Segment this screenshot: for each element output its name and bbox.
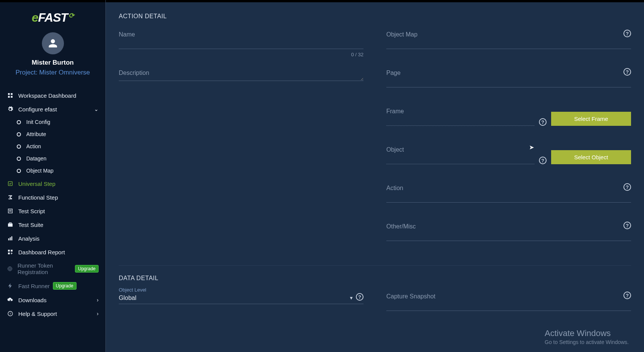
username: Mister Burton [0, 59, 105, 67]
chevron-right-icon: › [97, 297, 99, 303]
brand-logo: eFAST⟳ [32, 11, 74, 24]
object-input[interactable] [386, 146, 534, 164]
select-frame-button[interactable]: Select Frame [551, 112, 631, 126]
svg-rect-9 [9, 223, 11, 224]
sidebar-item-analysis[interactable]: Analysis [0, 231, 105, 245]
section-divider [119, 265, 631, 266]
field-description: Description [119, 70, 363, 82]
sidebar-item-label: Object Map [26, 168, 54, 174]
sidebar-item-label: Test Suite [18, 222, 43, 228]
sigma-icon [7, 194, 14, 201]
sidebar-item-label: Test Script [18, 208, 45, 214]
capture-snapshot-input[interactable] [386, 293, 631, 311]
nav: Workspace Dashboard Configure efast ⌄ In… [0, 86, 105, 323]
svg-rect-12 [11, 236, 13, 241]
sidebar-sub-init-config[interactable]: Init Config [0, 116, 105, 128]
sidebar-item-functional-step[interactable]: Functional Step [0, 190, 105, 204]
sidebar-item-label: Workspace Dashboard [18, 92, 76, 99]
name-counter: 0 / 32 [351, 52, 363, 57]
sidebar-item-label: Init Config [26, 119, 50, 125]
page-input[interactable] [386, 70, 631, 87]
person-icon [48, 38, 58, 48]
avatar-area: Mister Burton Project: Mister Omniverse [0, 29, 105, 86]
svg-rect-10 [8, 238, 10, 240]
field-object-map: Object Map ? [386, 31, 631, 49]
chart-icon [7, 235, 14, 242]
help-icon[interactable]: ? [623, 292, 631, 299]
svg-rect-15 [8, 252, 10, 254]
field-other-misc: Other/Misc ? [386, 223, 631, 241]
windows-activation-watermark: Activate Windows Go to Settings to activ… [545, 328, 629, 345]
object-level-label: Object Level [119, 287, 146, 293]
sidebar-sub-object-map[interactable]: Object Map [0, 165, 105, 177]
object-map-input[interactable] [386, 31, 631, 49]
sidebar-item-label: Universal Step [18, 181, 56, 187]
object-level-select[interactable] [119, 293, 363, 304]
svg-rect-14 [11, 250, 13, 252]
chevron-down-icon: ⌄ [94, 106, 99, 112]
cloud-download-icon [7, 297, 14, 303]
sidebar-item-downloads[interactable]: Downloads › [0, 293, 105, 307]
data-detail-row: Object Level ▼ ? Capture Snapshot ? [119, 293, 631, 331]
suitecase-icon [7, 221, 14, 228]
logo-fast: FAST [38, 11, 68, 24]
sidebar: eFAST⟳ Mister Burton Project: Mister Omn… [0, 0, 106, 352]
main-content: ACTION DETAIL Name 0 / 32 Description [106, 0, 644, 352]
svg-point-16 [8, 267, 12, 271]
field-capture-snapshot: Capture Snapshot ? [386, 293, 631, 311]
circle-icon [17, 157, 21, 161]
help-icon[interactable]: ? [539, 118, 547, 126]
sidebar-item-runner-token[interactable]: Runner Token Registration Upgrade [0, 259, 105, 279]
sidebar-item-label: Action [26, 143, 41, 149]
svg-point-17 [9, 268, 11, 270]
script-icon [7, 208, 14, 214]
field-object-level: Object Level ▼ ? [119, 293, 363, 311]
help-icon: ? [7, 310, 14, 317]
chevron-right-icon: › [97, 311, 99, 317]
sidebar-sub-action[interactable]: Action [0, 140, 105, 152]
svg-rect-11 [10, 237, 11, 240]
section-title-data-detail: DATA DETAIL [119, 275, 631, 282]
sidebar-item-workspace[interactable]: Workspace Dashboard [0, 89, 105, 102]
svg-text:?: ? [10, 312, 11, 316]
sidebar-item-universal-step[interactable]: Universal Step [0, 177, 105, 190]
sidebar-item-label: Downloads [18, 297, 46, 303]
sidebar-sub-datagen[interactable]: Datagen [0, 152, 105, 165]
svg-rect-3 [11, 96, 13, 98]
logo-area: eFAST⟳ [0, 2, 105, 29]
name-input[interactable] [119, 31, 363, 49]
sidebar-item-configure[interactable]: Configure efast ⌄ [0, 102, 105, 116]
upgrade-badge[interactable]: Upgrade [53, 282, 77, 290]
action-input[interactable] [386, 185, 631, 203]
select-object-button[interactable]: Select Object [551, 150, 631, 164]
field-page: Page ? [386, 70, 631, 87]
field-action: Action ? [386, 185, 631, 203]
sidebar-item-dashboard-report[interactable]: Dashboard Report [0, 245, 105, 259]
circle-icon [17, 169, 21, 173]
upgrade-badge[interactable]: Upgrade [75, 265, 99, 273]
help-icon[interactable]: ? [623, 30, 631, 37]
help-icon[interactable]: ? [623, 222, 631, 229]
sidebar-item-help[interactable]: ? Help & Support › [0, 307, 105, 320]
help-icon[interactable]: ? [356, 293, 363, 301]
sidebar-item-test-script[interactable]: Test Script [0, 204, 105, 218]
dashboard-icon [7, 92, 14, 99]
sidebar-item-fast-runner[interactable]: Fast Runner Upgrade [0, 279, 105, 293]
avatar[interactable] [42, 32, 64, 54]
frame-input[interactable] [386, 108, 534, 126]
svg-rect-2 [8, 96, 10, 98]
watermark-title: Activate Windows [545, 328, 629, 338]
circle-icon [17, 144, 21, 149]
field-frame: Frame ? Select Frame [386, 108, 631, 126]
sidebar-item-test-suite[interactable]: Test Suite [0, 218, 105, 231]
description-input[interactable] [119, 70, 363, 81]
help-icon[interactable]: ? [623, 68, 631, 76]
sidebar-item-label: Help & Support [18, 311, 57, 317]
other-misc-input[interactable] [386, 223, 631, 241]
watermark-subtitle: Go to Settings to activate Windows. [545, 339, 629, 345]
sidebar-sub-attribute[interactable]: Attribute [0, 128, 105, 140]
help-icon[interactable]: ? [539, 157, 547, 164]
help-icon[interactable]: ? [623, 183, 631, 191]
gear-icon [7, 106, 14, 113]
sidebar-item-label: Functional Step [18, 194, 58, 201]
